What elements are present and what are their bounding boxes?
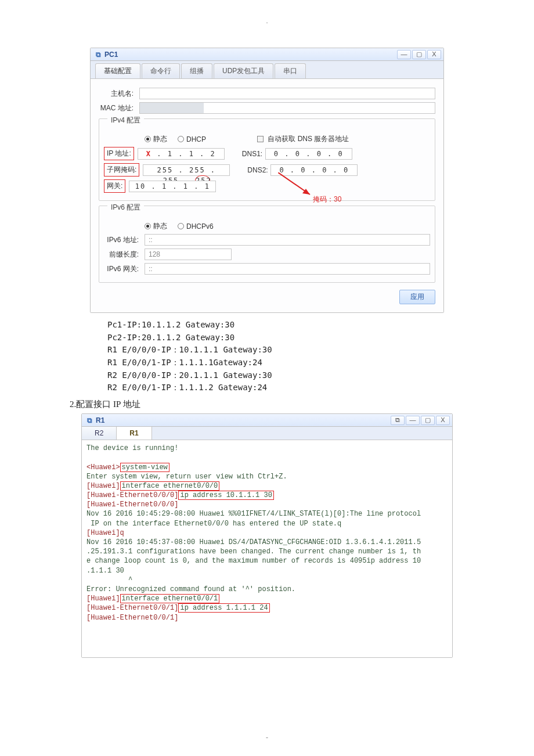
c-p7: [Huawei-Ethernet0/0/1] <box>86 614 178 622</box>
cmd-ip-10: ip address 10.1.1.1 30 <box>178 491 273 500</box>
config-notes: Pc1-IP:10.1.1.2 Gateway:30 Pc2-IP:20.1.1… <box>90 319 444 394</box>
c-p5: [Huawei] <box>86 595 120 603</box>
note-l6: R2 E/0/0/1-IP：1.1.1.2 Gateway:24 <box>107 381 444 394</box>
section-heading: 2.配置接口 IP 地址 <box>70 399 464 410</box>
c-run: The device is running! <box>86 444 178 452</box>
footer-dash: - <box>0 664 534 753</box>
note-l5: R2 E/0/0/0-IP：20.1.1.1 Gateway:30 <box>107 369 444 382</box>
r1-titlebar[interactable]: ⧉ R1 ⧉ — ▢ X <box>82 414 452 427</box>
ip-first-octet-x: X <box>146 150 151 158</box>
ip6-label: IPv6 地址: <box>104 235 145 245</box>
ip6gw-input[interactable]: :: <box>145 263 430 275</box>
radio-dhcp[interactable]: DHCP <box>178 135 206 143</box>
tab-r1[interactable]: R1 <box>117 427 151 440</box>
r1-window: ⧉ R1 ⧉ — ▢ X R2 R1 The device is running… <box>81 413 453 658</box>
cmd-int-e001: interface ethernet0/0/1 <box>120 594 220 603</box>
gw-input[interactable]: 10 . 1 . 1 . 1 <box>129 181 216 192</box>
ip6-input[interactable]: :: <box>145 234 430 246</box>
restore-button[interactable]: ⧉ <box>391 416 405 425</box>
note-l3: R1 E/0/0/0-IP：10.1.1.1 Gateway:30 <box>107 344 444 357</box>
c-log1: Nov 16 2016 10:45:29-08:00 Huawei %%01IF… <box>86 510 421 527</box>
tab-multicast[interactable]: 组播 <box>181 63 212 78</box>
mac-input[interactable] <box>139 102 435 114</box>
ipv4-legend: IPv4 配置 <box>107 116 144 125</box>
maximize-button[interactable]: ▢ <box>412 50 426 59</box>
tab-r2[interactable]: R2 <box>82 427 117 440</box>
c-p1: <Huawei> <box>86 463 120 471</box>
dhcp-label: DHCP <box>186 135 206 143</box>
host-label: 主机名: <box>99 89 139 99</box>
minimize-button[interactable]: — <box>406 416 420 425</box>
auto-dns-checkbox[interactable] <box>257 136 264 142</box>
radio-static[interactable]: 静态 <box>145 134 167 144</box>
dns2-input[interactable]: 0 . 0 . 0 . 0 <box>270 164 358 176</box>
c-p6: [Huawei-Ethernet0/0/1] <box>86 604 178 612</box>
dhcpv6-label: DHCPv6 <box>186 222 214 231</box>
apply-button[interactable]: 应用 <box>399 290 435 304</box>
gw-label: 网关: <box>104 179 125 193</box>
annotation-mask30: 掩码：30 <box>313 195 341 204</box>
maximize-button[interactable]: ▢ <box>421 416 435 425</box>
mac-label: MAC 地址: <box>99 103 139 113</box>
mask-input[interactable]: 255 . 255 . 255 . 252 <box>143 164 230 176</box>
tab-serial[interactable]: 串口 <box>275 63 306 78</box>
tab-udp[interactable]: UDP发包工具 <box>214 63 273 78</box>
mask-label: 子网掩码: <box>104 163 139 177</box>
pc1-title: PC1 <box>104 51 397 59</box>
host-input[interactable] <box>139 88 435 99</box>
plen-label: 前缀长度: <box>104 250 145 260</box>
r1-console[interactable]: The device is running! <Huawei>system-vi… <box>82 440 452 657</box>
dns2-label: DNS2: <box>247 166 270 174</box>
minimize-button[interactable]: — <box>397 50 411 59</box>
close-button[interactable]: X <box>427 50 441 59</box>
ip6gw-label: IPv6 网关: <box>104 264 145 274</box>
ipv4-group: IPv4 配置 静态 DHCP 自动获取 DNS 服务器地址 IP 地址: X … <box>99 118 435 201</box>
ip-rest: . 1 . 1 . 2 <box>151 150 216 158</box>
ip-label: IP 地址: <box>104 147 134 160</box>
c-p3: [Huawei-Ethernet0/0/0] <box>86 491 178 499</box>
note-l1: Pc1-IP:10.1.1.2 Gateway:30 <box>107 319 444 332</box>
note-l4: R1 E/0/0/1-IP：1.1.1.1Gateway:24 <box>107 357 444 369</box>
ensp-icon: ⧉ <box>85 416 93 424</box>
ensp-icon: ⧉ <box>94 51 102 59</box>
radio-dhcpv6[interactable]: DHCPv6 <box>178 222 214 231</box>
c-caret: ^ <box>86 576 132 584</box>
c-l2: Enter system view, return user view with… <box>86 473 287 481</box>
dns1-input[interactable]: 0 . 0 . 0 . 0 <box>265 148 352 160</box>
plen-input[interactable]: 128 <box>145 249 232 260</box>
pc1-tabs: 基础配置 命令行 组播 UDP发包工具 串口 <box>91 61 443 79</box>
static-label: 静态 <box>153 134 167 144</box>
tab-cli[interactable]: 命令行 <box>142 63 180 78</box>
ip-input[interactable]: X . 1 . 1 . 2 <box>138 148 225 160</box>
dns1-label: DNS1: <box>242 150 265 158</box>
svg-marker-1 <box>302 189 310 195</box>
cmd-system-view: system-view <box>120 463 169 472</box>
cmd-ip-1: ip address 1.1.1.1 24 <box>178 603 269 613</box>
cmd-int-e000: interface ethernet0/0/0 <box>120 481 220 491</box>
static-v6-label: 静态 <box>153 221 167 231</box>
c-log2: Nov 16 2016 10:45:37-08:00 Huawei DS/4/D… <box>86 538 421 575</box>
note-l2: Pc2-IP:20.1.1.2 Gateway:30 <box>107 332 444 344</box>
close-button[interactable]: X <box>436 416 450 425</box>
c-p4: [Huawei]q <box>86 529 124 537</box>
tab-basic[interactable]: 基础配置 <box>95 63 140 78</box>
ipv6-group: IPv6 配置 静态 DHCPv6 IPv6 地址: :: 前缀长度: 128 … <box>99 206 435 283</box>
c-p2: [Huawei] <box>86 482 120 490</box>
auto-dns-label: 自动获取 DNS 服务器地址 <box>268 135 349 143</box>
page-dot: . <box>0 0 534 48</box>
pc1-titlebar[interactable]: ⧉ PC1 — ▢ X <box>91 48 443 61</box>
r1-tabrow: R2 R1 <box>82 427 452 440</box>
r1-title: R1 <box>96 416 391 424</box>
c-p3b: [Huawei-Ethernet0/0/0] <box>86 501 178 509</box>
radio-static-v6[interactable]: 静态 <box>145 221 167 231</box>
pc1-window: ⧉ PC1 — ▢ X 基础配置 命令行 组播 UDP发包工具 串口 主机名: … <box>90 48 444 313</box>
ipv6-legend: IPv6 配置 <box>107 203 144 213</box>
c-err: Error: Unrecognized command found at '^'… <box>86 585 295 593</box>
